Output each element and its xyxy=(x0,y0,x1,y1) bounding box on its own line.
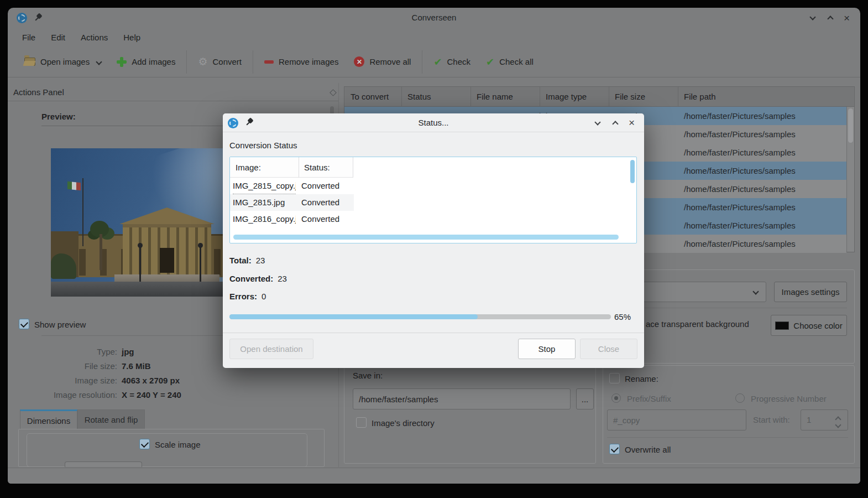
rename-label: Rename: xyxy=(625,374,658,383)
scale-image-label: Scale image xyxy=(155,440,201,449)
add-images-label: Add images xyxy=(132,57,175,66)
converted-stat: Converted:23 xyxy=(229,274,287,283)
progress-percent: 65% xyxy=(614,312,631,321)
open-images-button[interactable]: Open images xyxy=(17,51,109,72)
lamp-post xyxy=(200,246,201,282)
check-all-button[interactable]: ✔ Check all xyxy=(478,51,541,72)
green-plus-icon xyxy=(117,57,127,67)
cell-file-path: /home/faster/Pictures/samples xyxy=(684,235,796,253)
cell-status: Converted xyxy=(301,211,353,227)
status-bar xyxy=(8,468,860,484)
info-label: File size: xyxy=(8,361,117,371)
overwrite-all-checkbox[interactable] xyxy=(609,444,620,454)
menu-edit[interactable]: Edit xyxy=(43,33,73,42)
dialog-vertical-scrollbar[interactable] xyxy=(630,160,635,183)
progress-bar xyxy=(229,314,611,319)
toolbar: Open images Add images ⚙ Convert Remove … xyxy=(8,46,860,77)
menu-actions[interactable]: Actions xyxy=(73,33,116,42)
col-image[interactable]: Image: xyxy=(230,157,299,178)
color-swatch-icon xyxy=(775,321,789,330)
col-image-type[interactable]: Image type xyxy=(546,87,587,107)
images-directory-label: Image's directory xyxy=(372,418,435,428)
scale-image-checkbox[interactable] xyxy=(139,439,150,449)
total-value: 23 xyxy=(256,256,265,265)
progressive-number-radio[interactable] xyxy=(735,393,745,403)
menu-file[interactable]: File xyxy=(14,33,43,42)
actions-panel-header: Actions Panel xyxy=(8,83,338,101)
preview-label: Preview: xyxy=(41,112,76,121)
cell-file-path: /home/faster/Pictures/samples xyxy=(684,107,796,125)
info-label: Image size: xyxy=(8,376,117,385)
menu-help[interactable]: Help xyxy=(116,33,148,42)
overwrite-all-label: Overwrite all xyxy=(625,445,671,454)
status-table: Image: Status: IMG_2815_copy.jpg Convert… xyxy=(229,157,637,243)
show-preview-checkbox[interactable] xyxy=(19,319,29,329)
add-images-button[interactable]: Add images xyxy=(109,51,183,72)
choose-color-button[interactable]: Choose color xyxy=(771,315,847,336)
rename-pattern-input[interactable] xyxy=(607,409,746,430)
cell-image: IMG_2816_copy.jpg xyxy=(233,211,296,227)
cell-file-path: /home/faster/Pictures/samples xyxy=(684,162,796,180)
close-dialog-button[interactable]: Close xyxy=(580,339,637,359)
green-check-icon: ✔ xyxy=(486,57,494,67)
images-settings-button[interactable]: Images settings xyxy=(774,282,847,302)
remove-all-button[interactable]: ✕ Remove all xyxy=(346,51,419,72)
clipped-input[interactable] xyxy=(65,461,142,467)
cell-file-path: /home/faster/Pictures/samples xyxy=(684,125,796,143)
col-file-path[interactable]: File path xyxy=(684,87,716,107)
col-to-convert[interactable]: To convert xyxy=(351,87,389,107)
close-button[interactable]: × xyxy=(844,13,850,24)
cell-status: Converted xyxy=(301,178,353,194)
green-check-icon: ✔ xyxy=(433,57,442,67)
divider xyxy=(607,437,848,438)
red-stop-cross-icon: ✕ xyxy=(354,56,364,67)
remove-images-button[interactable]: Remove images xyxy=(257,51,346,72)
dialog-titlebar: Status... × xyxy=(223,113,644,132)
show-preview-label: Show preview xyxy=(34,320,86,329)
remove-all-label: Remove all xyxy=(369,57,411,66)
browse-button[interactable]: ... xyxy=(576,388,594,409)
col-status[interactable]: Status xyxy=(407,87,431,107)
flag-pole xyxy=(82,178,83,246)
progressive-number-label: Progressive Number xyxy=(751,394,827,403)
entrance-door xyxy=(160,248,174,273)
col-status[interactable]: Status: xyxy=(299,157,353,178)
save-path-input[interactable] xyxy=(353,388,571,409)
dialog-horizontal-scrollbar[interactable] xyxy=(233,235,619,240)
dialog-separator xyxy=(223,333,644,333)
cell-status: Converted xyxy=(301,194,353,211)
stop-button[interactable]: Stop xyxy=(518,339,576,359)
col-file-size[interactable]: File size xyxy=(615,87,645,107)
open-destination-button[interactable]: Open destination xyxy=(229,339,313,359)
status-row[interactable]: IMG_2815_copy.jpg Converted xyxy=(230,178,636,194)
info-value: X = 240 Y = 240 xyxy=(122,390,181,400)
convert-label: Convert xyxy=(212,57,242,66)
col-file-name[interactable]: File name xyxy=(477,87,513,107)
toolbar-separator xyxy=(186,50,187,74)
conversion-status-heading: Conversion Status xyxy=(229,141,297,150)
images-directory-checkbox[interactable] xyxy=(356,417,367,428)
cell-file-path: /home/faster/Pictures/samples xyxy=(684,216,796,235)
start-with-spinner[interactable]: 1 xyxy=(801,409,848,430)
tab-dimensions[interactable]: Dimensions xyxy=(20,409,77,429)
screen: { "window": { "title": "Converseen", "co… xyxy=(0,0,868,498)
check-label: Check xyxy=(447,57,471,66)
converted-label: Converted: xyxy=(229,274,273,283)
rename-checkbox[interactable] xyxy=(609,373,620,383)
toolbar-separator xyxy=(422,50,422,74)
errors-label: Errors: xyxy=(229,292,257,301)
total-stat: Total:23 xyxy=(229,256,265,265)
red-minus-icon xyxy=(264,60,274,64)
status-row[interactable]: IMG_2815.jpg Converted xyxy=(230,194,354,211)
table-scrollbar[interactable] xyxy=(846,107,854,252)
check-button[interactable]: ✔ Check xyxy=(426,51,478,72)
tab-rotate-and-flip[interactable]: Rotate and flip xyxy=(77,409,145,429)
save-in-label: Save in: xyxy=(353,371,383,380)
close-button[interactable]: × xyxy=(629,117,635,128)
cell-file-path: /home/faster/Pictures/samples xyxy=(684,198,796,216)
prefix-suffix-radio[interactable] xyxy=(611,393,621,403)
convert-button[interactable]: ⚙ Convert xyxy=(190,51,249,72)
table-scrollbar-thumb[interactable] xyxy=(848,108,853,143)
info-label: Type: xyxy=(8,347,117,356)
status-row[interactable]: IMG_2816_copy.jpg Converted xyxy=(230,211,636,227)
